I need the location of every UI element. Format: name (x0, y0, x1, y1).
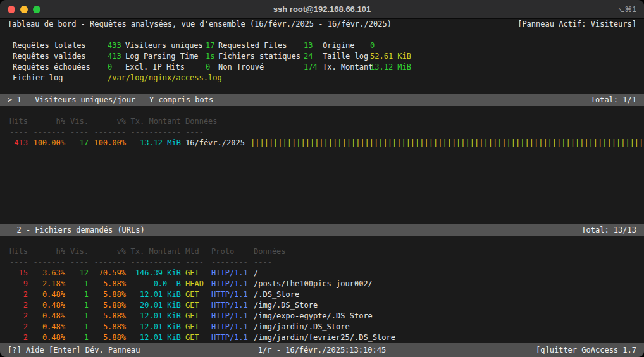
cell-hits: 413 (8, 138, 28, 148)
cell-url: /img/.DS_Store (254, 300, 636, 311)
table-row[interactable]: 2 0.48% 1 5.88% 12.01 KiB GET HTTP/1.1 /… (0, 289, 644, 300)
divider-dashes: ------- (32, 127, 65, 138)
close-window-button[interactable] (8, 6, 15, 13)
cell-visitors: 1 (70, 300, 89, 311)
cell-tx-amount: 20.01 KiB (130, 300, 181, 311)
statusbar-help-hints: [?] Aide [Enter] Dév. Panneau (8, 345, 140, 356)
stat-value: 13.12 MiB (370, 62, 636, 73)
table-row[interactable]: 2 0.48% 1 5.88% 12.01 KiB GET HTTP/1.1 /… (0, 332, 644, 343)
table-divider: ---- ------- ---- ------- ----------- --… (0, 257, 644, 268)
statusbar-log-position: 1/r - 16/févr./2025:13:10:45 (258, 345, 386, 356)
terminal-window: ssh root@192.168.66.101 ⌥⌘1 Tableau de b… (0, 0, 644, 357)
cell-tx-amount: 0.0 B (130, 279, 181, 289)
column-tx-amount: Tx. Montant (130, 116, 181, 127)
stat-value: 433 (108, 40, 125, 51)
cell-visitors-percent: 5.88% (93, 289, 126, 300)
cell-visitors-percent: 70.59% (93, 268, 126, 279)
cell-visitors-percent: 5.88% (93, 279, 126, 289)
cell-hits: 2 (8, 311, 28, 322)
cell-method: GET (185, 322, 207, 332)
cell-visitors-percent: 100.00% (93, 138, 126, 148)
divider-dashes: ---- (185, 127, 246, 138)
summary-row: Requêtes échouées 0 Excl. IP Hits 0 Non … (0, 62, 644, 73)
stat-label: Tx. Montant (323, 62, 370, 73)
divider-dashes: ----------- (130, 127, 181, 138)
cell-hits-percent: 100.00% (32, 138, 65, 148)
table-row[interactable]: 2 0.48% 1 5.88% 12.01 KiB GET HTTP/1.1 /… (0, 322, 644, 332)
cell-hits-percent: 0.48% (32, 332, 65, 343)
divider-dashes: ------- (93, 127, 126, 138)
cell-visitors-percent: 5.88% (93, 332, 126, 343)
cell-method: GET (185, 300, 207, 311)
table-row[interactable]: 15 3.63% 12 70.59% 146.39 KiB GET HTTP/1… (0, 268, 644, 279)
cell-hits-percent: 2.18% (32, 279, 65, 289)
table-column-headers: Hits h% Vis. v% Tx. Montant Mtd Proto Do… (0, 246, 644, 257)
cell-method: GET (185, 289, 207, 300)
cell-hits: 2 (8, 289, 28, 300)
table-row[interactable]: 413 100.00% 17 100.00% 13.12 MiB 16/févr… (0, 138, 644, 148)
cell-hits: 9 (8, 279, 28, 289)
cell-tx-amount: 12.01 KiB (130, 322, 181, 332)
stat-label: Requested Files (218, 40, 304, 51)
table-divider: ---- ------- ---- ------- ----------- --… (0, 127, 644, 138)
fullscreen-window-button[interactable] (33, 6, 40, 13)
column-visitors-percent: v% (93, 246, 126, 257)
cell-url: / (254, 268, 636, 279)
table-row[interactable]: 9 2.18% 1 5.88% 0.0 B HEAD HTTP/1.1 /pos… (0, 279, 644, 289)
stat-value: 0 (108, 62, 125, 73)
stat-value: 0 (370, 40, 636, 51)
column-hits: Hits (8, 116, 28, 127)
traffic-lights (8, 6, 40, 13)
divider-dashes: ---- (8, 257, 28, 268)
cell-hits-percent: 0.48% (32, 322, 65, 332)
table-row[interactable]: 2 0.48% 1 5.88% 20.01 KiB GET HTTP/1.1 /… (0, 300, 644, 311)
minimize-window-button[interactable] (20, 6, 28, 13)
stat-label: Requêtes totales (13, 40, 108, 51)
cell-protocol: HTTP/1.1 (211, 311, 249, 322)
cell-visitors: 1 (70, 332, 89, 343)
divider-dashes: ---- (8, 127, 28, 138)
terminal-screen[interactable]: Tableau de bord - Requêtes analysées, vu… (0, 19, 644, 357)
window-shortcut-badge: ⌥⌘1 (616, 5, 636, 14)
panel-2-header[interactable]: 2 - Fichiers demandés (URLs) Total: 13/1… (0, 224, 644, 236)
cell-protocol: HTTP/1.1 (211, 332, 249, 343)
column-protocol: Proto (211, 246, 249, 257)
cell-protocol: HTTP/1.1 (211, 322, 249, 332)
cell-visitors-percent: 5.88% (93, 300, 126, 311)
cell-hits-percent: 0.48% (32, 300, 65, 311)
stat-value: 413 (108, 51, 125, 62)
cell-visitors: 12 (70, 268, 89, 279)
cell-url: /img/expo-egypte/.DS_Store (254, 311, 636, 322)
column-visitors-percent: v% (93, 116, 126, 127)
cell-method: GET (185, 311, 207, 322)
stat-label: Fichiers statiques (218, 51, 304, 62)
dashboard-header: Tableau de bord - Requêtes analysées, vu… (0, 19, 644, 30)
blank-line (0, 106, 644, 116)
blank-line (0, 236, 644, 246)
stat-label: Taille log (323, 51, 370, 62)
panel-1-header[interactable]: > 1 - Visiteurs uniques/jour - Y compris… (0, 94, 644, 106)
status-bar: [?] Aide [Enter] Dév. Panneau 1/r - 16/f… (0, 343, 644, 357)
panel-empty-space (0, 148, 644, 224)
column-hits-percent: h% (32, 116, 65, 127)
column-visitors: Vis. (70, 246, 89, 257)
cell-visitors-percent: 5.88% (93, 322, 126, 332)
panel-2-total: Total: 13/13 (581, 224, 636, 236)
statusbar-quit-version: [q]uitter GoAccess 1.7 (536, 345, 636, 356)
summary-row: Requêtes valides 413 Log Parsing Time 1s… (0, 51, 644, 62)
active-panel-indicator: [Panneau Actif: Visiteurs] (517, 19, 636, 30)
panel-1-total: Total: 1/1 (591, 94, 636, 106)
bar-chart: ||||||||||||||||||||||||||||||||||||||||… (251, 138, 643, 148)
cell-hits: 15 (8, 268, 28, 279)
cell-tx-amount: 12.01 KiB (130, 311, 181, 322)
table-row[interactable]: 2 0.48% 1 5.88% 12.01 KiB GET HTTP/1.1 /… (0, 311, 644, 322)
column-tx-amount: Tx. Montant (130, 246, 181, 257)
cell-url: /img/jardin/fevrier25/.DS_Store (254, 332, 636, 343)
cell-hits: 2 (8, 322, 28, 332)
column-data: Données (185, 116, 246, 127)
column-visitors: Vis. (70, 116, 89, 127)
blank-line (0, 83, 644, 94)
titlebar[interactable]: ssh root@192.168.66.101 ⌥⌘1 (0, 0, 644, 19)
cell-protocol: HTTP/1.1 (211, 289, 249, 300)
column-hits-percent: h% (32, 246, 65, 257)
